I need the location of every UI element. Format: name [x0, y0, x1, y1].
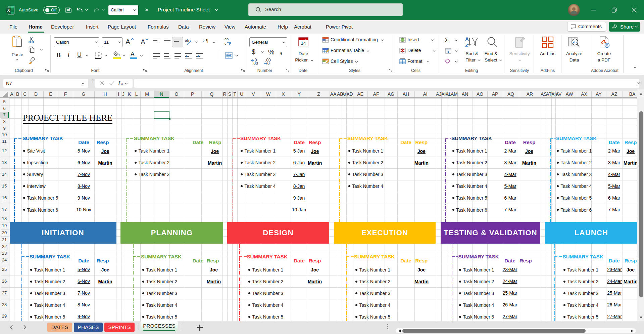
svg-text:ab: ab	[225, 37, 229, 41]
svg-text:Z: Z	[465, 42, 468, 48]
svg-text:⋯: ⋯	[301, 38, 303, 40]
svg-text:14: 14	[301, 41, 306, 46]
svg-text:c: c	[225, 41, 227, 45]
svg-text:ab: ab	[185, 38, 189, 42]
svg-text:••: ••	[305, 38, 306, 40]
svg-text:A: A	[465, 36, 469, 42]
svg-text:X: X	[7, 8, 10, 13]
